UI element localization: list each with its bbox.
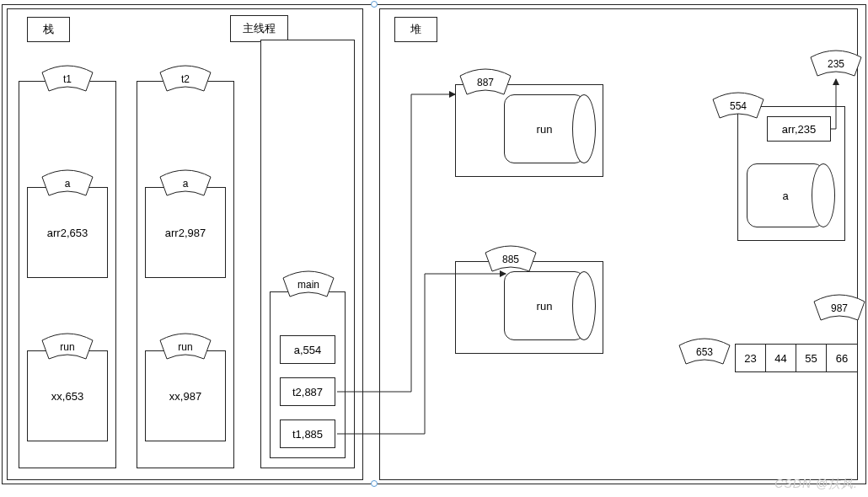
obj-987-tab: 987 bbox=[809, 293, 868, 323]
main-thread-label: 主线程 bbox=[230, 15, 288, 42]
obj-235-tab: 235 bbox=[806, 49, 866, 79]
t2-frame-a-tab: a bbox=[155, 168, 216, 199]
t1-frame-a-tab: a bbox=[37, 168, 98, 199]
stack-title: 栈 bbox=[27, 17, 70, 42]
thread-t1-tab: t1 bbox=[37, 64, 98, 94]
array-cell: 55 bbox=[796, 345, 827, 371]
obj-554-tab: 554 bbox=[708, 91, 769, 121]
obj-653-array: 23 44 55 66 bbox=[735, 344, 858, 372]
t2-frame-run: xx,987 bbox=[145, 350, 226, 441]
obj-887-tab: 887 bbox=[455, 67, 516, 98]
selection-handle-top[interactable] bbox=[371, 1, 378, 8]
array-cell: 44 bbox=[766, 345, 796, 371]
t2-frame-a: arr2,987 bbox=[145, 187, 226, 278]
main-var-t1: t1,885 bbox=[280, 420, 335, 448]
heap-title: 堆 bbox=[394, 17, 437, 42]
obj-887-method: run bbox=[504, 94, 585, 163]
obj-554-method: a bbox=[747, 163, 824, 227]
main-var-t2: t2,887 bbox=[280, 377, 335, 406]
obj-554-field-arr: arr,235 bbox=[767, 116, 831, 142]
t2-frame-run-tab: run bbox=[155, 332, 216, 362]
main-frame-tab: main bbox=[278, 270, 339, 300]
selection-handle-bottom[interactable] bbox=[371, 480, 378, 487]
thread-t2-tab: t2 bbox=[155, 64, 216, 94]
t1-frame-a: arr2,653 bbox=[27, 187, 108, 278]
main-var-a: a,554 bbox=[280, 335, 335, 364]
obj-653-tab: 653 bbox=[674, 337, 735, 367]
obj-885-method: run bbox=[504, 271, 585, 340]
heap-panel bbox=[379, 8, 858, 480]
array-cell: 23 bbox=[736, 345, 766, 371]
t1-frame-run-tab: run bbox=[37, 332, 98, 362]
obj-885-tab: 885 bbox=[480, 244, 541, 275]
watermark: CSDN @扶风. bbox=[774, 477, 858, 492]
array-cell: 66 bbox=[827, 345, 857, 371]
t1-frame-run: xx,653 bbox=[27, 350, 108, 441]
